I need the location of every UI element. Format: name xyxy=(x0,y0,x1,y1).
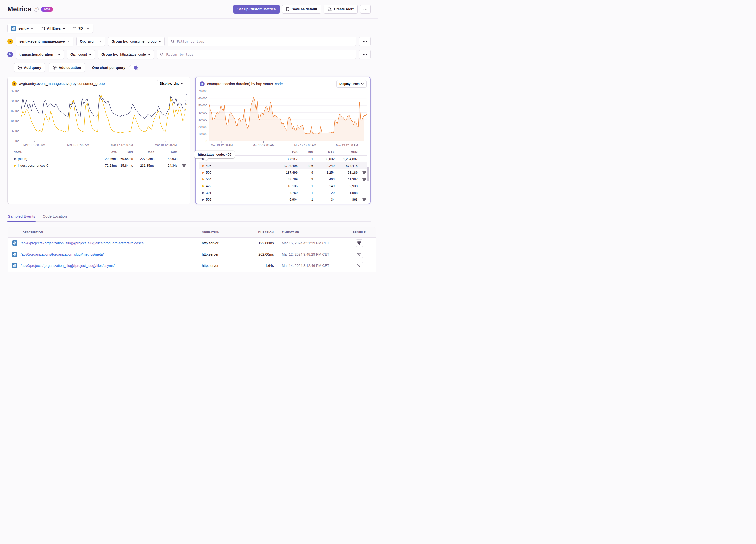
summary-row[interactable]: 5026.904134863 xyxy=(199,196,367,203)
python-platform-icon xyxy=(12,252,17,257)
chevron-down-icon xyxy=(181,83,183,84)
series-options-icon[interactable] xyxy=(182,164,186,167)
series-color-dot xyxy=(202,172,204,174)
x-axis-a: Mar 13 12:00 AMMar 15 12:00 AMMar 17 12:… xyxy=(21,142,186,147)
group-by-select-b[interactable]: Group by: http.status_code xyxy=(98,50,154,59)
query-more-button-a[interactable] xyxy=(359,37,371,46)
series-options-icon[interactable] xyxy=(362,171,366,174)
profiling-flamegraph-icon xyxy=(357,241,361,245)
save-as-default-button[interactable]: Save as default xyxy=(282,5,321,14)
series-options-icon[interactable] xyxy=(182,157,186,161)
series-name: 301 xyxy=(199,191,273,195)
summary-column-header: MAX xyxy=(133,150,154,153)
tab-code-location[interactable]: Code Location xyxy=(42,214,67,222)
query-more-button-b[interactable] xyxy=(359,50,371,59)
event-duration: 1.64s xyxy=(245,260,278,271)
app-header: Metrics ? beta Set Up Custom Metrics Sav… xyxy=(0,0,378,19)
view-profile-button[interactable] xyxy=(356,251,363,258)
area-chart-b[interactable] xyxy=(209,91,367,143)
tab-sampled-events[interactable]: Sampled Events xyxy=(7,214,36,222)
project-selector[interactable]: sentry xyxy=(8,24,37,33)
series-options-icon[interactable] xyxy=(362,178,366,181)
summary-column-header: MAX xyxy=(313,151,335,154)
events-column-header: OPERATION xyxy=(198,227,245,237)
chevron-down-icon xyxy=(63,28,65,29)
tag-filter-b[interactable] xyxy=(157,50,356,59)
summary-row[interactable]: (none)129.46ms69.55ms227.03ms43.63s xyxy=(11,155,186,162)
add-equation-button[interactable]: Add equation xyxy=(49,63,85,72)
series-name: 504 xyxy=(199,177,273,181)
event-duration: 262.00ms xyxy=(245,249,278,260)
chart-card-b: b count(transaction.duration) by http.st… xyxy=(195,77,371,204)
tag-filter-input-b[interactable] xyxy=(166,53,353,56)
series-color-dot xyxy=(14,165,16,167)
op-select-b[interactable]: Op: count xyxy=(67,50,95,59)
create-alert-button[interactable]: Create Alert xyxy=(324,5,358,14)
date-range-selector[interactable]: 7D xyxy=(69,24,93,33)
summary-row[interactable]: 42218.13611492,938 xyxy=(199,183,367,189)
series-avg: 18.136 xyxy=(273,184,298,188)
chart-badge-a: a xyxy=(12,81,17,86)
environment-selector[interactable]: All Envs xyxy=(37,24,69,33)
view-profile-button[interactable] xyxy=(356,262,363,269)
summary-column-header: NAME xyxy=(11,150,92,153)
series-name: ingest-occurrences-0 xyxy=(11,164,92,167)
y-axis-tick-label: 200ms xyxy=(10,99,19,102)
series-color-dot xyxy=(14,158,16,160)
chevron-down-icon xyxy=(89,54,91,55)
series-avg: 129.46ms xyxy=(92,157,117,161)
summary-row[interactable]: 4051,704.4968862,249574,415 xyxy=(199,162,367,169)
metric-select-a[interactable]: sentry.event_manager.save xyxy=(16,37,73,46)
one-chart-toggle[interactable] xyxy=(129,65,138,70)
ellipsis-icon xyxy=(363,54,367,55)
event-description-link[interactable]: /api/0/projects/{organization_slug}/{pro… xyxy=(21,241,144,245)
x-axis-b: Mar 13 12:00 AMMar 15 12:00 AMMar 17 12:… xyxy=(209,143,367,148)
summary-row[interactable]: ingest-occurrences-072.23ms15.84ms231.85… xyxy=(11,162,186,169)
chevron-down-icon xyxy=(159,41,161,42)
summary-row[interactable]: 50433.789940311,387 xyxy=(199,176,367,183)
series-options-icon[interactable] xyxy=(362,157,366,161)
summary-column-header: MIN xyxy=(117,150,133,153)
create-alert-label: Create Alert xyxy=(334,7,354,11)
series-options-icon[interactable] xyxy=(362,164,366,168)
tag-filter-input-a[interactable] xyxy=(177,40,353,43)
chevron-down-icon xyxy=(87,28,90,29)
summary-row[interactable]: 3014.7691291,588 xyxy=(199,189,367,196)
header-more-button[interactable] xyxy=(360,5,371,14)
series-avg: 72.23ms xyxy=(92,164,117,167)
setup-custom-metrics-button[interactable]: Set Up Custom Metrics xyxy=(233,5,280,14)
series-options-icon[interactable] xyxy=(362,198,366,201)
group-by-label: Group by: xyxy=(112,39,128,43)
chart-card-a: a avg(sentry.event_manager.save) by cons… xyxy=(7,77,190,204)
event-description-link[interactable]: /api/0/projects/{organization_slug}/{pro… xyxy=(21,264,115,268)
series-max: 227.03ms xyxy=(133,157,154,161)
metric-select-b[interactable]: transaction.duration xyxy=(16,50,64,59)
series-options-icon[interactable] xyxy=(362,191,366,195)
ellipsis-icon xyxy=(363,41,367,42)
chevron-down-icon xyxy=(148,54,150,55)
series-options-icon[interactable] xyxy=(362,184,366,188)
chart-header-b: b count(transaction.duration) by http.st… xyxy=(196,77,370,89)
tag-filter-a[interactable] xyxy=(168,37,356,46)
summary-row[interactable]: 500187.49691,25463,186 xyxy=(199,169,367,176)
y-axis-tick-label: 60,000 xyxy=(198,97,207,100)
group-by-select-a[interactable]: Group by: consumer_group xyxy=(108,37,165,46)
series-sum: 1,254,887 xyxy=(335,157,358,161)
display-select-b[interactable]: Display: Area xyxy=(336,80,367,88)
series-color-dot xyxy=(202,192,204,194)
add-query-button[interactable]: Add query xyxy=(14,63,45,72)
series-min: 1 xyxy=(298,191,313,195)
view-profile-button[interactable] xyxy=(356,239,363,247)
date-range-value: 7D xyxy=(78,26,83,30)
op-select-a[interactable]: Op: avg xyxy=(76,37,105,46)
help-icon[interactable]: ? xyxy=(34,7,39,12)
series-sum: 574,415 xyxy=(335,164,358,168)
y-axis-tick-label: 50,000 xyxy=(198,104,207,107)
summary-scrollbar[interactable] xyxy=(367,167,369,181)
x-axis-tick-label: Mar 17 12:00 AM xyxy=(111,143,133,146)
series-max: 403 xyxy=(313,177,335,181)
line-chart-a[interactable] xyxy=(21,91,186,142)
display-select-a[interactable]: Display: Line xyxy=(157,80,186,87)
series-max: 29 xyxy=(313,191,335,195)
event-description-link[interactable]: /api/0/organizations/{organization_slug}… xyxy=(21,252,104,256)
